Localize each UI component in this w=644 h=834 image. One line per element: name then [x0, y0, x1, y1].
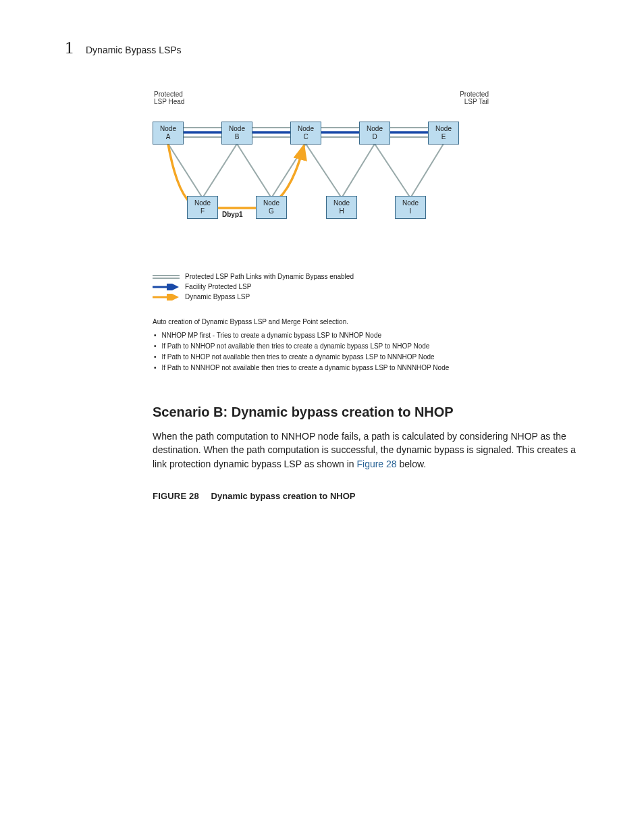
svg-line-9 — [410, 144, 444, 198]
node-a: NodeA — [153, 122, 184, 145]
figure-diagram: ProtectedLSP Head ProtectedLSP Tail — [153, 90, 490, 373]
page-header: 1 Dynamic Bypass LSPs — [65, 38, 590, 58]
caption-bullet: If Path to NNNHOP not available then tri… — [153, 363, 490, 373]
legend-label: Facility Protected LSP — [185, 283, 251, 290]
svg-line-6 — [306, 144, 342, 198]
svg-line-8 — [375, 144, 410, 198]
breadcrumb: Dynamic Bypass LSPs — [86, 45, 182, 55]
caption-bullet: If Path to NHOP not available then tries… — [153, 352, 490, 363]
node-e: NodeE — [428, 122, 459, 145]
node-h: NodeH — [326, 196, 357, 219]
dbyp-label: Dbyp1 — [222, 211, 243, 218]
legend-row: Facility Protected LSP — [153, 282, 490, 292]
svg-line-5 — [271, 144, 306, 198]
chapter-number: 1 — [65, 38, 74, 58]
figure-title: FIGURE 28 Dynamic bypass creation to NHO… — [153, 491, 590, 501]
svg-line-7 — [342, 144, 375, 198]
legend-row: Protected LSP Path Links with Dynamic By… — [153, 271, 490, 282]
legend-label: Dynamic Bypass LSP — [185, 293, 250, 301]
node-i: NodeI — [395, 196, 426, 219]
figure-caption: Dynamic bypass creation to NHOP — [211, 491, 356, 501]
node-g: NodeG — [256, 196, 287, 219]
protected-head-label: ProtectedLSP Head — [154, 90, 184, 105]
body-post: below. — [397, 459, 427, 469]
caption-bullet: If Path to NNHOP not available then trie… — [153, 341, 490, 352]
caption-intro: Auto creation of Dynamic Bypass LSP and … — [153, 317, 490, 328]
figure-reference-link[interactable]: Figure 28 — [356, 459, 396, 469]
svg-line-4 — [237, 144, 271, 198]
legend-label: Protected LSP Path Links with Dynamic By… — [185, 273, 354, 280]
caption-block: Auto creation of Dynamic Bypass LSP and … — [153, 317, 490, 373]
node-f: NodeF — [187, 196, 218, 219]
scenario-heading: Scenario B: Dynamic bypass creation to N… — [153, 405, 590, 420]
svg-line-3 — [203, 144, 237, 198]
node-b: NodeB — [221, 122, 252, 145]
protected-tail-label: ProtectedLSP Tail — [460, 90, 489, 105]
node-d: NodeD — [359, 122, 390, 145]
legend: Protected LSP Path Links with Dynamic By… — [153, 271, 490, 302]
figure-lead: FIGURE 28 — [153, 491, 199, 501]
scenario-body: When the path computation to NNHOP node … — [153, 429, 576, 471]
caption-bullet: NNHOP MP first - Tries to create a dynam… — [153, 330, 490, 341]
legend-row: Dynamic Bypass LSP — [153, 292, 490, 302]
node-c: NodeC — [290, 122, 321, 145]
